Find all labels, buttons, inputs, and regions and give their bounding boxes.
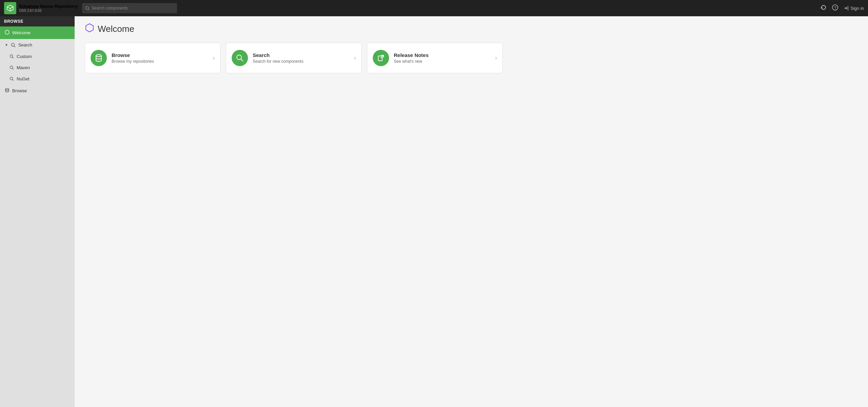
database-icon xyxy=(5,88,9,93)
card-browse[interactable]: Browse Browse my repositories › xyxy=(85,43,220,73)
help-button[interactable]: ? xyxy=(832,4,838,12)
card-release-notes-text: Release Notes See what's new xyxy=(394,52,490,64)
sidebar-search-children: Custom Maven NuGet xyxy=(0,51,75,84)
welcome-icon xyxy=(5,30,9,36)
sidebar-item-custom[interactable]: Custom xyxy=(0,51,75,62)
maven-label: Maven xyxy=(17,65,30,70)
search-icon-nuget xyxy=(9,77,14,81)
card-release-notes-chevron: › xyxy=(495,55,497,61)
refresh-button[interactable] xyxy=(821,4,827,12)
page-title: Welcome xyxy=(98,24,134,34)
svg-point-17 xyxy=(96,55,101,57)
svg-point-7 xyxy=(11,43,14,46)
welcome-page-icon xyxy=(85,23,94,33)
page-title-icon xyxy=(85,23,94,35)
custom-label: Custom xyxy=(17,54,32,59)
search-icon-sidebar xyxy=(11,43,16,47)
card-browse-icon-wrap xyxy=(91,50,107,66)
svg-line-3 xyxy=(88,9,89,10)
welcome-label: Welcome xyxy=(12,30,31,35)
caret-down-icon: ▼ xyxy=(5,43,8,47)
layout: Browse Welcome ▼ Search xyxy=(0,0,868,407)
svg-line-10 xyxy=(13,57,14,59)
card-release-notes-icon-wrap xyxy=(373,50,389,66)
card-search[interactable]: Search Search for new components › xyxy=(226,43,362,73)
cards-row: Browse Browse my repositories › Search S… xyxy=(85,43,858,73)
card-search-icon-wrap xyxy=(232,50,248,66)
svg-point-6 xyxy=(5,30,9,34)
refresh-icon xyxy=(821,4,827,11)
app-title: Sonatype Nexus Repository xyxy=(19,4,78,9)
logo-icon xyxy=(4,2,16,14)
svg-line-14 xyxy=(13,80,14,81)
svg-rect-20 xyxy=(378,56,382,61)
search-parent-label: Search xyxy=(18,42,32,47)
svg-marker-16 xyxy=(86,24,93,32)
nuget-label: NuGet xyxy=(17,76,30,81)
app-subtitle: OSS 3.67.0-03 xyxy=(19,9,78,13)
search-icon-custom xyxy=(9,54,14,59)
card-search-chevron: › xyxy=(354,55,356,61)
card-search-title: Search xyxy=(253,52,349,58)
card-browse-text: Browse Browse my repositories xyxy=(112,52,208,64)
search-icon xyxy=(85,6,90,11)
sidebar: Browse Welcome ▼ Search xyxy=(0,16,75,407)
topnav-right: ? Sign in xyxy=(821,4,864,12)
card-browse-title: Browse xyxy=(112,52,208,58)
sidebar-item-welcome[interactable]: Welcome xyxy=(0,26,75,39)
svg-line-8 xyxy=(14,46,15,47)
svg-point-13 xyxy=(10,77,13,80)
signin-icon xyxy=(844,5,849,11)
sidebar-item-search-parent[interactable]: ▼ Search xyxy=(0,39,75,51)
sidebar-section-browse: Browse xyxy=(0,16,75,26)
card-release-notes-title: Release Notes xyxy=(394,52,490,58)
main-content: Welcome Browse Browse my repositories › xyxy=(75,16,868,407)
card-browse-chevron: › xyxy=(213,55,215,61)
global-search-bar[interactable] xyxy=(82,3,177,13)
svg-point-2 xyxy=(86,6,89,9)
search-icon-maven xyxy=(9,65,14,70)
sidebar-item-browse[interactable]: Browse xyxy=(0,84,75,97)
card-browse-subtitle: Browse my repositories xyxy=(112,59,208,64)
browse-label: Browse xyxy=(12,88,27,93)
signin-label: Sign in xyxy=(850,6,864,11)
nexus-logo-svg xyxy=(6,4,14,12)
svg-text:?: ? xyxy=(834,6,836,10)
browse-icon xyxy=(5,88,9,94)
page-title-row: Welcome xyxy=(85,23,858,35)
card-search-text: Search Search for new components xyxy=(253,52,349,64)
search-input[interactable] xyxy=(92,6,174,11)
signin-button[interactable]: Sign in xyxy=(844,5,864,11)
search-card-icon xyxy=(236,54,244,62)
sidebar-item-nuget[interactable]: NuGet xyxy=(0,73,75,84)
circle-icon xyxy=(5,30,9,35)
svg-point-15 xyxy=(5,89,9,90)
svg-line-19 xyxy=(241,59,243,61)
card-release-notes-subtitle: See what's new xyxy=(394,59,490,64)
card-search-subtitle: Search for new components xyxy=(253,59,349,64)
logo-area: Sonatype Nexus Repository OSS 3.67.0-03 xyxy=(4,2,79,14)
sidebar-item-maven[interactable]: Maven xyxy=(0,62,75,73)
database-card-icon xyxy=(95,54,103,62)
svg-line-12 xyxy=(13,69,14,70)
external-link-card-icon xyxy=(377,54,385,62)
logo-text: Sonatype Nexus Repository OSS 3.67.0-03 xyxy=(19,4,78,13)
help-icon: ? xyxy=(832,4,838,11)
topnav: Sonatype Nexus Repository OSS 3.67.0-03 … xyxy=(0,0,868,16)
svg-point-9 xyxy=(10,55,13,58)
svg-point-11 xyxy=(10,66,13,69)
card-release-notes[interactable]: Release Notes See what's new › xyxy=(367,43,503,73)
